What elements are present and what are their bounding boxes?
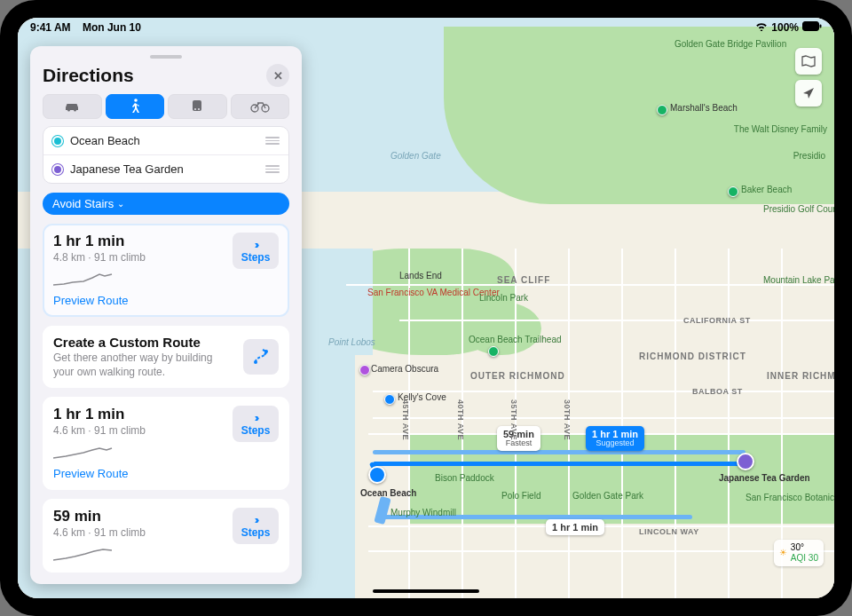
label-obtrail: Ocean Beach Trailhead bbox=[469, 335, 531, 344]
svg-rect-0 bbox=[803, 22, 819, 31]
route-badge-alt[interactable]: 1 hr 1 min bbox=[546, 519, 604, 535]
pin-destination[interactable] bbox=[737, 453, 754, 470]
locate-me-button[interactable] bbox=[795, 80, 822, 107]
panel-title: Directions bbox=[43, 65, 134, 86]
weather-temp: 30° bbox=[791, 542, 818, 553]
steps-label: Steps bbox=[241, 526, 271, 539]
route-badge-fastest[interactable]: 59 min Fastest bbox=[497, 426, 540, 451]
status-right: 100% bbox=[755, 21, 822, 34]
label-30th: 30TH AVE bbox=[563, 399, 572, 440]
map-mode-button[interactable] bbox=[795, 48, 822, 75]
preview-route-link[interactable]: Preview Route bbox=[53, 467, 129, 480]
weather-aqi: AQI 30 bbox=[791, 553, 818, 564]
steps-button[interactable]: ›› Steps bbox=[233, 233, 279, 269]
status-date: Mon Jun 10 bbox=[83, 21, 141, 34]
steps-button[interactable]: ›› Steps bbox=[233, 406, 279, 442]
steps-label: Steps bbox=[241, 424, 271, 437]
label-innerrich: INNER RICHMOND bbox=[767, 371, 829, 381]
transport-segmented-control bbox=[43, 94, 289, 119]
route-card[interactable]: 59 min 4.6 km · 91 m climb ›› Steps bbox=[43, 499, 289, 573]
close-button[interactable]: ✕ bbox=[266, 64, 289, 87]
label-waltdisney: The Walt Disney Family bbox=[734, 124, 827, 134]
label-polo: Polo Field bbox=[501, 491, 540, 501]
pin-dest-label: Japanese Tea Garden bbox=[719, 473, 810, 483]
steps-button[interactable]: ›› Steps bbox=[233, 508, 279, 544]
wifi-icon bbox=[755, 21, 768, 34]
steps-label: Steps bbox=[241, 251, 271, 264]
label-ggpark: Golden Gate Park bbox=[572, 491, 643, 501]
stop-from-label: Ocean Beach bbox=[70, 134, 258, 147]
stop-to[interactable]: Japanese Tea Garden bbox=[43, 154, 288, 183]
double-chevron-icon: ›› bbox=[255, 411, 257, 424]
custom-title: Create a Custom Route bbox=[53, 335, 233, 350]
poi-camera[interactable] bbox=[359, 365, 370, 375]
badge-label: Fastest bbox=[503, 439, 534, 448]
label-sfva: San Francisco VA Medical Center bbox=[367, 288, 465, 297]
home-indicator[interactable] bbox=[373, 589, 479, 593]
status-batt: 100% bbox=[771, 21, 799, 34]
label-california: CALIFORNIA ST bbox=[683, 316, 751, 325]
svg-rect-1 bbox=[820, 25, 822, 28]
route-stops: Ocean Beach Japanese Tea Garden bbox=[43, 126, 289, 184]
chevron-down-icon: ⌄ bbox=[117, 199, 124, 209]
route-sub: 4.6 km · 91 m climb bbox=[53, 424, 146, 437]
label-sfbot: San Francisco Botanical bbox=[746, 493, 825, 502]
reorder-handle[interactable] bbox=[265, 137, 280, 145]
route-badge-suggested[interactable]: 1 hr 1 min Suggested bbox=[586, 426, 644, 451]
screen: 9:41 AM Mon Jun 10 100% bbox=[18, 18, 834, 598]
custom-route-card[interactable]: Create a Custom Route Get there another … bbox=[43, 326, 289, 388]
poi-marshalls[interactable] bbox=[657, 105, 667, 115]
mode-bike[interactable] bbox=[231, 94, 290, 119]
route-options-pill[interactable]: Avoid Stairs ⌄ bbox=[43, 193, 289, 215]
reorder-handle[interactable] bbox=[265, 165, 280, 173]
label-balboa: BALBOA ST bbox=[692, 387, 743, 396]
badge-time: 1 hr 1 min bbox=[552, 522, 598, 533]
route-sub: 4.6 km · 91 m climb bbox=[53, 526, 146, 539]
poi-kellys[interactable] bbox=[384, 394, 395, 405]
mode-walk[interactable] bbox=[106, 94, 165, 119]
label-40th: 40TH AVE bbox=[456, 399, 465, 440]
label-ptlobos: Point Lobos bbox=[328, 337, 375, 347]
route-card[interactable]: 1 hr 1 min 4.6 km · 91 m climb ›› Steps … bbox=[43, 397, 289, 490]
poi-obtrail[interactable] bbox=[488, 346, 499, 357]
double-chevron-icon: ›› bbox=[255, 238, 257, 251]
label-bison: Bison Paddock bbox=[435, 473, 494, 483]
status-time: 9:41 AM bbox=[30, 21, 71, 34]
mode-transit[interactable] bbox=[168, 94, 227, 119]
label-presgolf: Presidio Golf Course bbox=[763, 204, 825, 214]
label-seacliff: SEA CLIFF bbox=[497, 275, 550, 285]
elevation-sparkline bbox=[53, 442, 146, 462]
route-time: 1 hr 1 min bbox=[53, 233, 146, 250]
route-time: 59 min bbox=[53, 508, 146, 525]
pin-origin[interactable] bbox=[368, 466, 386, 484]
stop-to-label: Japanese Tea Garden bbox=[70, 162, 258, 176]
option-label: Avoid Stairs bbox=[52, 197, 114, 210]
weather-chip[interactable]: ☀ 30° AQI 30 bbox=[774, 540, 824, 566]
status-bar: 9:41 AM Mon Jun 10 100% bbox=[18, 18, 834, 37]
label-bridgepav: Golden Gate Bridge Pavilion bbox=[674, 39, 786, 49]
svg-point-2 bbox=[134, 99, 138, 102]
water-label: Golden Gate bbox=[390, 151, 441, 161]
route-list[interactable]: 1 hr 1 min 4.8 km · 91 m climb ›› Steps … bbox=[30, 215, 302, 584]
label-35th: 35TH AVE bbox=[509, 399, 518, 440]
custom-route-icon bbox=[243, 339, 279, 375]
route-sub: 4.8 km · 91 m climb bbox=[53, 251, 146, 264]
battery-icon bbox=[802, 21, 822, 34]
label-45th: 45TH AVE bbox=[401, 399, 410, 440]
dest-dot-icon bbox=[52, 164, 63, 175]
label-baker: Baker Beach bbox=[741, 185, 792, 194]
label-outerrich: OUTER RICHMOND bbox=[470, 371, 550, 381]
ipad-frame: 9:41 AM Mon Jun 10 100% bbox=[0, 0, 852, 616]
route-card[interactable]: 1 hr 1 min 4.8 km · 91 m climb ›› Steps … bbox=[43, 224, 289, 317]
svg-rect-3 bbox=[193, 100, 201, 111]
mode-car[interactable] bbox=[43, 94, 102, 119]
label-lincolnpark: Lincoln Park bbox=[479, 293, 528, 303]
preview-route-link[interactable]: Preview Route bbox=[53, 294, 129, 307]
stop-from[interactable]: Ocean Beach bbox=[43, 127, 288, 154]
panel-grabber[interactable] bbox=[150, 55, 182, 59]
svg-point-5 bbox=[198, 108, 200, 110]
directions-panel: Directions ✕ Ocean Beach bbox=[30, 46, 302, 584]
double-chevron-icon: ›› bbox=[255, 513, 257, 526]
label-camera: Camera Obscura bbox=[371, 364, 438, 374]
poi-baker[interactable] bbox=[728, 186, 738, 197]
